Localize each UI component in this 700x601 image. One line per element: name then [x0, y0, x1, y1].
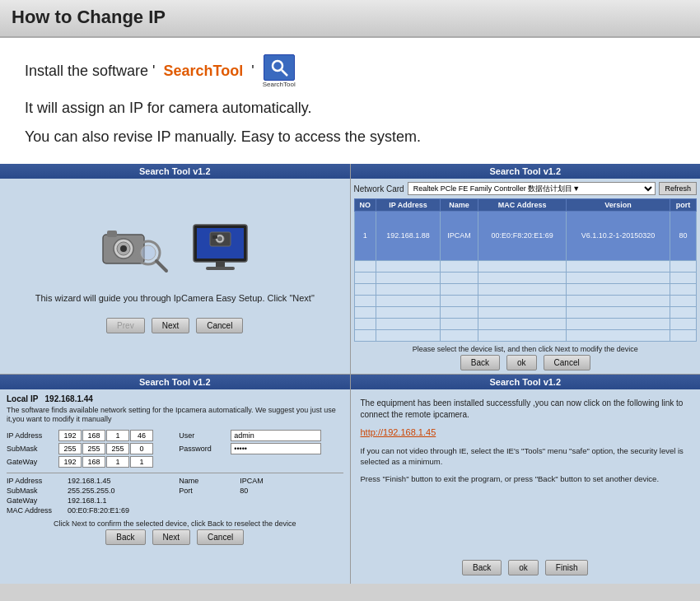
panel1-next-button[interactable]: Next — [152, 318, 190, 333]
panel-wizard: Search Tool v1.2 — [0, 164, 350, 374]
mac-row: MAC Address 00:E0:F8:20:E1:69 — [7, 506, 170, 515]
svg-line-1 — [282, 70, 287, 76]
user-input[interactable] — [231, 430, 321, 441]
table-row-empty — [354, 329, 697, 341]
device-table: NO IP Address Name MAC Address Version p… — [354, 198, 698, 342]
network-card-select[interactable]: Realtek PCle FE Family Controller 数据估计划目… — [408, 182, 656, 195]
install-suffix: ' — [251, 63, 254, 80]
local-ip-row: Local IP 192.168.1.44 — [7, 394, 343, 403]
svg-point-8 — [141, 245, 156, 260]
ip2-value: 192.168.1.45 — [68, 477, 111, 485]
svg-line-9 — [156, 261, 166, 271]
ip-octet-2[interactable] — [82, 430, 105, 441]
searchtool-app-label: SearchTool — [263, 81, 296, 88]
panel3-back-button[interactable]: Back — [105, 529, 145, 545]
password-input[interactable] — [231, 443, 321, 454]
svg-rect-6 — [107, 231, 117, 237]
camera-magnifier-icon — [99, 218, 173, 276]
panel3-hint: The software finds available network set… — [7, 406, 343, 425]
gateway2-label: GateWay — [7, 496, 64, 505]
svg-rect-15 — [212, 235, 217, 239]
intro-line3: You can also revise IP manually. Easy to… — [25, 128, 675, 146]
col-port: port — [670, 199, 697, 212]
table-row[interactable]: 1 192.168.1.88 IPCAM 00:E0:F8:20:E1:69 V… — [354, 212, 697, 261]
panel3-title: Search Tool v1.2 — [0, 375, 350, 389]
table-row-empty — [354, 318, 697, 329]
submask2-label: SubMask — [7, 487, 64, 495]
panel1-prev-button[interactable]: Prev — [106, 318, 145, 333]
panel4-title: Search Tool v1.2 — [351, 375, 701, 389]
svg-point-5 — [120, 245, 127, 252]
submask2-value: 255.255.255.0 — [68, 487, 115, 495]
ip-octet-1[interactable] — [58, 430, 82, 441]
password-row: Password — [179, 443, 343, 454]
panel2-body: Network Card Realtek PCle FE Family Cont… — [351, 179, 701, 374]
col-version: Version — [567, 199, 670, 212]
searchtool-app-icon — [264, 54, 295, 81]
svg-rect-17 — [206, 267, 235, 270]
divider — [7, 473, 343, 473]
page-title: How to Change IP — [12, 7, 688, 28]
panel4-text1: The equipment has been installed success… — [361, 398, 691, 421]
panel3-hint-text: The software finds available network set… — [7, 406, 336, 424]
submask-octet-1[interactable] — [58, 443, 82, 454]
gateway-octet-1[interactable] — [58, 456, 82, 468]
searchtool-name: SearchTool — [164, 63, 244, 80]
submask-label: SubMask — [7, 445, 56, 453]
gateway-octet-2[interactable] — [82, 456, 105, 468]
cell-version: V6.1.10.2-1-20150320 — [567, 212, 670, 261]
page-header: How to Change IP — [0, 0, 700, 38]
submask-row: SubMask — [7, 443, 170, 454]
intro-line2: It will assign an IP for camera automati… — [25, 100, 675, 117]
col-name: Name — [440, 199, 478, 212]
ip-form-right: User Password — [179, 430, 343, 469]
port-row: Port 80 — [179, 487, 343, 495]
panel3-next-button[interactable]: Next — [152, 529, 191, 545]
panel3-cancel-button[interactable]: Cancel — [197, 529, 244, 545]
ip-octet-4[interactable] — [130, 430, 153, 441]
panel2-back-button[interactable]: Back — [460, 355, 500, 370]
name-label: Name — [179, 477, 236, 485]
ip-form: IP Address SubMask — [7, 430, 343, 469]
submask-octets-group — [58, 443, 153, 454]
network-card-row: Network Card Realtek PCle FE Family Cont… — [354, 182, 698, 195]
panel4-back-button[interactable]: Back — [462, 560, 502, 575]
intro-section: Install the software 'SearchTool' Search… — [0, 38, 700, 164]
ip-form-left: IP Address SubMask — [7, 430, 170, 469]
cell-name: IPCAM — [440, 212, 478, 261]
password-label: Password — [179, 445, 228, 453]
submask-octet-4[interactable] — [130, 443, 153, 454]
name-value: IPCAM — [240, 477, 264, 485]
ip-address-label: IP Address — [7, 431, 56, 440]
network-card-label: Network Card — [354, 184, 404, 193]
panel2-buttons: Back ok Cancel — [354, 355, 698, 370]
panel4-link[interactable]: http://192.168.1.45 — [361, 427, 691, 437]
panels-container: Search Tool v1.2 — [0, 164, 700, 584]
submask2-row: SubMask 255.255.255.0 — [7, 487, 170, 495]
searchtool-icon-wrapper: SearchTool — [263, 54, 296, 88]
table-row-empty — [354, 283, 697, 295]
panel1-body: This wizard will guide you through IpCam… — [0, 179, 350, 374]
panel4-finish-button[interactable]: Finish — [545, 560, 589, 575]
port-label: Port — [179, 487, 236, 495]
table-row-empty — [354, 272, 697, 283]
install-line: Install the software 'SearchTool' Search… — [25, 54, 675, 88]
refresh-button[interactable]: Refresh — [659, 182, 697, 195]
ip-octet-3[interactable] — [106, 430, 129, 441]
wizard-hint-text: This wizard will guide you through IpCam… — [35, 292, 315, 305]
panel2-title: Search Tool v1.2 — [351, 164, 701, 179]
wizard-icons — [99, 218, 251, 276]
ip-octets-group — [58, 430, 153, 441]
gateway-octet-3[interactable] — [106, 456, 129, 468]
gateway2-value: 192.168.1.1 — [68, 496, 107, 505]
panel2-cancel-button[interactable]: Cancel — [544, 355, 590, 370]
table-row-empty — [354, 306, 697, 318]
panel2-ok-button[interactable]: ok — [506, 355, 537, 370]
submask-octet-3[interactable] — [106, 443, 129, 454]
gateway2-row: GateWay 192.168.1.1 — [7, 496, 170, 505]
cell-mac: 00:E0:F8:20:E1:69 — [478, 212, 567, 261]
gateway-octet-4[interactable] — [130, 456, 153, 468]
submask-octet-2[interactable] — [82, 443, 105, 454]
panel4-ok-button[interactable]: ok — [508, 560, 539, 575]
panel1-cancel-button[interactable]: Cancel — [196, 318, 243, 333]
